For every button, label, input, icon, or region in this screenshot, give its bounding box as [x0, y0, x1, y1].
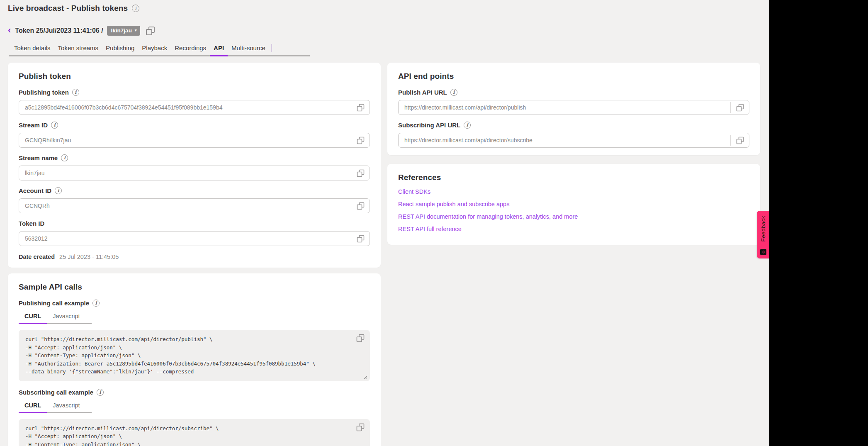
back-chevron-icon[interactable]: [7, 26, 11, 36]
subscribing-api-url-input[interactable]: [399, 137, 730, 144]
copy-account-id-button[interactable]: [351, 200, 370, 211]
stream-name-field: [19, 166, 370, 180]
info-icon[interactable]: [72, 89, 79, 96]
field-label-row: Stream ID: [19, 122, 370, 129]
publishing-example-tabs: CURL Javascript: [19, 311, 92, 324]
tab-recordings[interactable]: Recordings: [171, 41, 210, 55]
info-icon[interactable]: [97, 389, 104, 396]
info-icon[interactable]: [92, 300, 100, 307]
tab-playback[interactable]: Playback: [138, 41, 171, 55]
account-id-label: Account ID: [19, 187, 51, 194]
page-header: Live broadcast - Publish tokens: [0, 0, 769, 13]
publish-api-url-input[interactable]: [399, 104, 730, 111]
field-label-row: Account ID: [19, 187, 370, 194]
publish-api-url-label: Publish API URL: [398, 89, 447, 96]
tab-api[interactable]: API: [210, 41, 228, 56]
subscribing-call-example-label: Subscribing call example: [19, 389, 93, 396]
info-icon[interactable]: [51, 122, 58, 129]
link-client-sdks[interactable]: Client SDKs: [398, 188, 749, 195]
info-icon[interactable]: [55, 187, 62, 194]
subscribing-curl-code[interactable]: curl "https://director.millicast.com/api…: [25, 424, 345, 446]
token-id-field: [19, 231, 370, 246]
publish-token-card: Publish token Publishing token St: [8, 63, 381, 268]
account-id-field: [19, 198, 370, 213]
copy-icon: [357, 202, 365, 210]
publish-api-url-field: [398, 100, 749, 115]
copy-publish-api-url-button[interactable]: [730, 102, 749, 113]
subscribing-curl-code-block: curl "https://director.millicast.com/api…: [19, 419, 370, 446]
references-card: References Client SDKs React sample publ…: [387, 164, 760, 245]
sample-api-calls-heading: Sample API calls: [19, 283, 370, 292]
copy-stream-name-field-button[interactable]: [351, 168, 370, 178]
info-icon[interactable]: [450, 89, 457, 96]
subscribing-api-url-field: [398, 133, 749, 148]
resize-handle-icon[interactable]: [363, 375, 367, 379]
link-rest-api-full-reference[interactable]: REST API full reference: [398, 226, 749, 232]
copy-token-id-button[interactable]: [351, 233, 370, 244]
api-endpoints-heading: API end points: [398, 72, 749, 81]
copy-icon: [357, 104, 365, 112]
feedback-button[interactable]: Feedback: [757, 211, 769, 258]
page-content: Live broadcast - Publish tokens Token 25…: [0, 0, 769, 446]
tab-token-details[interactable]: Token details: [10, 41, 54, 55]
stream-name-label: Stream name: [19, 154, 58, 161]
copy-publishing-code-button[interactable]: [356, 334, 365, 344]
tab-javascript[interactable]: Javascript: [47, 400, 85, 412]
link-react-sample-apps[interactable]: React sample publish and subscribe apps: [398, 201, 749, 207]
copy-publishing-token-button[interactable]: [351, 102, 370, 113]
copy-subscribing-api-url-button[interactable]: [730, 135, 749, 146]
copy-icon: [736, 136, 744, 144]
copy-icon: [357, 136, 365, 144]
field-label-row: Subscribing API URL: [398, 122, 749, 129]
copy-icon: [356, 334, 365, 342]
copy-icon: [736, 104, 744, 112]
date-created-row: Date created 25 Jul 2023 - 11:45:05: [19, 253, 370, 260]
field-label-row: Publish API URL: [398, 89, 749, 96]
stream-name-input[interactable]: [19, 170, 351, 176]
subscribing-example-tabs: CURL Javascript: [19, 400, 92, 413]
breadcrumb-token-label: Token 25/Jul/2023 11:41:06 /: [15, 27, 103, 34]
tabs-divider: [271, 44, 272, 52]
stream-badge-label: lkin7jau: [111, 27, 132, 34]
publishing-curl-code-block: curl "https://director.millicast.com/api…: [19, 330, 370, 381]
date-created-value: 25 Jul 2023 - 11:45:05: [59, 253, 119, 260]
copy-icon: [146, 26, 155, 36]
tab-multi-source[interactable]: Multi-source: [228, 41, 269, 55]
field-label-row: Publishing token: [19, 89, 370, 96]
stream-select-badge[interactable]: lkin7jau: [107, 26, 141, 36]
feedback-label: Feedback: [760, 216, 766, 242]
field-label-row: Token ID: [19, 220, 370, 227]
publishing-call-example-label: Publishing call example: [19, 300, 89, 307]
publish-token-heading: Publish token: [19, 72, 370, 81]
sample-api-calls-card: Sample API calls Publishing call example…: [8, 273, 381, 446]
info-icon[interactable]: [464, 122, 471, 129]
copy-stream-id-button[interactable]: [351, 135, 370, 146]
publishing-token-input[interactable]: [19, 104, 351, 111]
tab-token-streams[interactable]: Token streams: [54, 41, 102, 55]
publishing-curl-code[interactable]: curl "https://director.millicast.com/api…: [25, 335, 345, 376]
copy-subscribing-code-button[interactable]: [356, 423, 365, 433]
stream-id-label: Stream ID: [19, 122, 48, 129]
reference-links: Client SDKs React sample publish and sub…: [398, 188, 749, 232]
feedback-smiley-icon: [760, 249, 766, 255]
tab-curl[interactable]: CURL: [19, 311, 47, 324]
copy-icon: [356, 423, 365, 431]
token-id-input[interactable]: [19, 235, 351, 242]
tab-curl[interactable]: CURL: [19, 400, 47, 413]
info-icon[interactable]: [61, 154, 68, 161]
references-heading: References: [398, 173, 749, 182]
account-id-input[interactable]: [19, 202, 351, 209]
copy-icon: [357, 169, 365, 177]
tab-publishing[interactable]: Publishing: [102, 41, 138, 55]
api-endpoints-card: API end points Publish API URL Su: [387, 63, 760, 155]
link-rest-api-documentation[interactable]: REST API documentation for managing toke…: [398, 213, 749, 220]
field-label-row: Subscribing call example: [19, 389, 370, 396]
stream-id-field: [19, 133, 370, 148]
copy-stream-name-button[interactable]: [145, 25, 156, 36]
stream-id-input[interactable]: [19, 137, 351, 144]
breadcrumb: Token 25/Jul/2023 11:41:06 / lkin7jau: [7, 25, 769, 36]
page-info-icon[interactable]: [132, 5, 139, 12]
right-column: API end points Publish API URL Su: [387, 63, 760, 245]
right-black-bar: [769, 0, 868, 446]
tab-javascript[interactable]: Javascript: [47, 311, 85, 323]
